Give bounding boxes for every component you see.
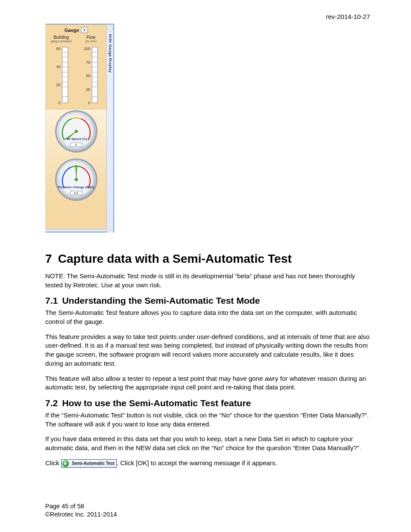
heading-text: How to use the Semi-Automatic Test featu… xyxy=(62,398,251,408)
play-icon xyxy=(62,460,69,467)
bar-track xyxy=(62,47,68,103)
bar-track xyxy=(92,47,98,103)
heading-text: Capture data with a Semi-Automatic Test xyxy=(58,252,292,265)
bar-title: Building xyxy=(50,35,73,40)
gauge-dropdown[interactable]: ▾ xyxy=(81,27,88,33)
side-strip: › Hide Gauge Display xyxy=(106,25,113,233)
flow-bar: Flow (cu m/h) 100 75 50 25 0 xyxy=(79,35,103,103)
heading-text: Understanding the Semi-Automatic Test Mo… xyxy=(62,296,260,305)
gauge-dropdown-label: Gauge xyxy=(64,28,79,33)
heading-7-1: 7.1Understanding the Semi-Automatic Test… xyxy=(45,296,370,306)
body-paragraph: This feature will also allow a tester to… xyxy=(45,374,370,392)
heading-7-2: 7.2How to use the Semi-Automatic Test fe… xyxy=(45,398,370,408)
heading-7: 7Capture data with a Semi-Automatic Test xyxy=(45,252,370,266)
dial-readout: 0 xyxy=(70,143,82,147)
button-label: Semi-Automatic Test xyxy=(72,460,115,467)
fan-speed-dial: Fan Speed (%) 0 xyxy=(55,110,97,152)
body-paragraph: This feature provides a way to take test… xyxy=(45,333,370,368)
body-paragraph: If the “Semi-Automatic Test” button is n… xyxy=(45,411,370,429)
svg-point-1 xyxy=(75,130,77,133)
hide-gauge-display-label[interactable]: Hide Gauge Display xyxy=(108,34,112,73)
bar-subtitle: gauge pressure xyxy=(50,40,73,43)
text-fragment: . Click [OK] to accept the warning messa… xyxy=(117,459,277,467)
svg-marker-2 xyxy=(75,165,77,180)
click-instruction-paragraph: Click Semi-Automatic Test . Click [OK] t… xyxy=(45,459,370,468)
bar-tick: 40 xyxy=(56,65,60,69)
semi-automatic-test-button[interactable]: Semi-Automatic Test xyxy=(61,459,117,468)
bar-tick: 0 xyxy=(88,101,90,105)
note-paragraph: NOTE: The Semi-Automatic Test mode is st… xyxy=(45,272,370,289)
pressure-change-dial: Pressure Change (Pa/s) 0.0 xyxy=(55,159,97,201)
bar-tick: 75 xyxy=(86,60,90,65)
panel-footer-bar xyxy=(46,229,106,233)
body-paragraph: The Semi-Automatic Test feature allows y… xyxy=(45,308,370,326)
dial-readout: 0.0 xyxy=(70,191,82,195)
bar-tick: 0 xyxy=(58,101,60,105)
page-number: Page 45 of 58 xyxy=(45,502,117,511)
bar-title: Flow xyxy=(79,35,103,40)
dial-label: Fan Speed (%) xyxy=(56,137,96,141)
heading-number: 7 xyxy=(45,252,58,265)
bar-tick: 20 xyxy=(56,83,60,87)
collapse-icon[interactable]: › xyxy=(107,25,113,31)
revision-text: rev-2014-10-27 xyxy=(45,13,370,20)
gauge-panel-screenshot: › Hide Gauge Display Gauge ▾ Building ga… xyxy=(45,24,114,233)
bar-tick: 100 xyxy=(84,47,90,51)
bar-tick: 25 xyxy=(86,87,90,92)
body-paragraph: If you have data entered in this data se… xyxy=(45,435,370,452)
bar-subtitle: (cu m/h) xyxy=(79,40,103,43)
heading-number: 7.1 xyxy=(45,296,62,305)
text-fragment: Click xyxy=(45,459,61,467)
heading-number: 7.2 xyxy=(45,398,62,408)
dial-label: Pressure Change (Pa/s) xyxy=(56,185,96,189)
page-footer: Page 45 of 58 ©Retrotec Inc. 2011-2014 xyxy=(45,502,117,519)
building-pressure-bar: Building gauge pressure 60 40 20 0 xyxy=(50,35,73,103)
bar-tick: 50 xyxy=(86,74,90,78)
copyright-text: ©Retrotec Inc. 2011-2014 xyxy=(45,510,117,519)
svg-point-3 xyxy=(75,178,77,181)
bar-tick: 60 xyxy=(56,47,60,51)
